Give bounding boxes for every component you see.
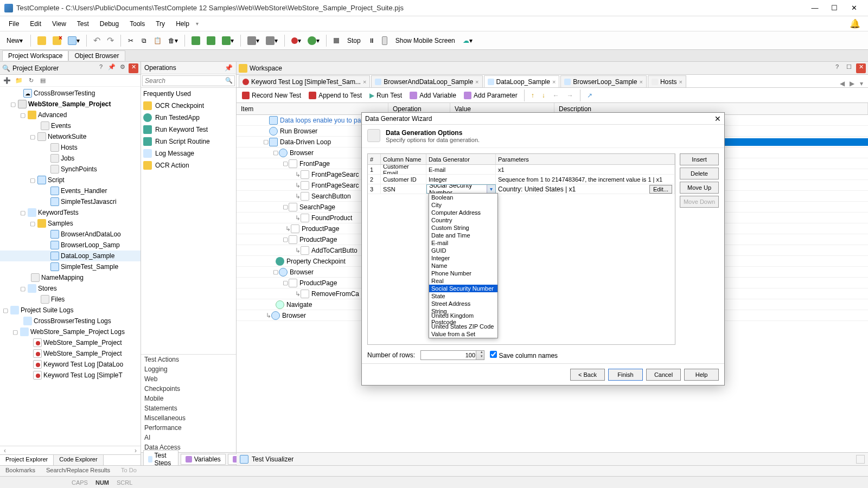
horizontal-scrollbar[interactable]: ‹› (0, 446, 141, 454)
nav-menu[interactable]: ▾ (857, 80, 866, 87)
add-folder-button[interactable]: 📁 (14, 76, 24, 86)
cat-statements[interactable]: Statements (141, 403, 236, 413)
dropdown-icon[interactable]: ▾ (487, 185, 495, 194)
move-right-button[interactable]: → (564, 89, 577, 102)
close-project-button[interactable] (50, 35, 63, 47)
tab-code-explorer[interactable]: Code Explorer (54, 455, 103, 465)
move-up-button[interactable]: Move Up (680, 182, 719, 194)
tab-project-workspace[interactable]: Project Workspace (2, 50, 68, 61)
ws-close-button[interactable]: ✕ (856, 63, 866, 73)
dropdown-item[interactable]: Value from a Set (429, 330, 497, 338)
debug2-button[interactable]: ▾ (264, 35, 280, 47)
tree-item-project[interactable]: WebStore_Sample_Project (28, 100, 138, 108)
menu-file[interactable]: File (3, 18, 24, 30)
tab-bookmarks[interactable]: Bookmarks (0, 466, 41, 476)
menu-test[interactable]: Test (72, 18, 94, 30)
undo-button[interactable]: ↶ (91, 35, 103, 47)
nav-next[interactable]: ▶ (847, 80, 856, 87)
tree-item-wslogs[interactable]: WebStore_Sample_Project Logs (30, 328, 138, 336)
dropdown-item[interactable]: Computer Address (429, 209, 497, 216)
op-frequently-used[interactable]: Frequently Used (141, 88, 236, 100)
dropdown-item[interactable]: United Kingdom Postcode (429, 315, 497, 323)
cat-test-actions[interactable]: Test Actions (141, 355, 236, 364)
doc-tab-hosts[interactable]: Hosts× (648, 75, 686, 87)
menu-edit[interactable]: Edit (24, 18, 47, 30)
generator-dropdown[interactable]: BooleanCityComputer AddressCountryCustom… (429, 193, 498, 338)
tree-item-cbtlogs[interactable]: CrossBrowserTesting Logs (34, 317, 138, 325)
tree-item-namemap[interactable]: NameMapping (41, 274, 138, 281)
tree-item-script[interactable]: Script (48, 176, 138, 184)
menu-tools[interactable]: Tools (124, 18, 150, 30)
close-button[interactable]: ✕ (844, 4, 864, 12)
tab-search-replace[interactable]: Search/Replace Results (41, 466, 116, 476)
notifications-icon[interactable]: 🔔 (850, 18, 865, 29)
stop-icon[interactable] (331, 35, 342, 47)
add-item-button[interactable]: ➕ (2, 76, 12, 86)
dropdown-item[interactable]: Name (429, 262, 497, 269)
table-row[interactable]: 1Customer EmailE-mailx1 (368, 165, 675, 175)
tree-item-st[interactable]: SimpleTest_Sample (61, 263, 138, 271)
cat-checkpoints[interactable]: Checkpoints (141, 384, 236, 394)
table-row-editing[interactable]: 3SSN Social Security Number▾ Country: Un… (368, 184, 675, 194)
save-button[interactable]: ▾ (66, 35, 82, 47)
op-ocr-action[interactable]: OCR Action (141, 159, 236, 171)
cat-web[interactable]: Web (141, 374, 236, 384)
test-visualizer-label[interactable]: Test Visualizer (252, 455, 293, 463)
dropdown-item[interactable]: Street Address (429, 300, 497, 307)
doc-tab-log[interactable]: Keyword Test Log [SimpleTest_Sam...× (239, 75, 370, 87)
tree-item-psl[interactable]: Project Suite Logs (21, 306, 138, 314)
debug-button[interactable]: ▾ (245, 35, 261, 47)
help-button[interactable]: ? (96, 63, 106, 73)
help-button[interactable]: Help (684, 369, 719, 381)
close-icon[interactable]: × (679, 79, 682, 85)
delete-button[interactable]: 🗑▾ (166, 35, 180, 47)
run-item-button[interactable]: ▾ (220, 35, 236, 47)
dropdown-item[interactable]: Real (429, 277, 497, 285)
dropdown-item[interactable]: State (429, 292, 497, 300)
op-log-message[interactable]: Log Message (141, 147, 236, 159)
ws-max-button[interactable]: ☐ (844, 63, 854, 73)
record2-button[interactable]: ▾ (305, 35, 322, 47)
tree-item-network[interactable]: NetworkSuite (48, 133, 138, 140)
run-suite-button[interactable] (205, 35, 218, 47)
tree-item-stores[interactable]: Stores (38, 285, 138, 292)
tree-item-simplejs[interactable]: SimpleTestJavascri (61, 198, 138, 206)
dropdown-item[interactable]: GUID (429, 247, 497, 254)
dropdown-item[interactable]: Social Security Number (429, 285, 497, 292)
tree-item-log3[interactable]: Keyword Test Log [DataLoo (43, 361, 138, 368)
tree-item-ev-handler[interactable]: Events_Handler (61, 187, 138, 195)
close-icon[interactable]: × (363, 79, 366, 85)
op-run-keyword-test[interactable]: Run Keyword Test (141, 124, 236, 136)
close-icon[interactable]: × (475, 79, 478, 85)
table-row[interactable]: 2Customer IDIntegerSequence from 1 to 21… (368, 175, 675, 184)
rows-input[interactable] (420, 350, 484, 360)
tree-item-kwtests[interactable]: KeywordTests (38, 209, 138, 216)
tree-item-bad[interactable]: BrowserAndDataLoo (61, 230, 138, 238)
dropdown-item[interactable]: Integer (429, 254, 497, 262)
tree-item-log2[interactable]: WebStore_Sample_Project (43, 350, 138, 357)
menu-help[interactable]: Help (170, 18, 195, 30)
redo-button[interactable]: ↷ (105, 35, 116, 47)
columns-table[interactable]: # Column Name Data Generator Parameters … (367, 153, 675, 345)
project-tree[interactable]: ☁CrossBrowserTesting ▢WebStore_Sample_Pr… (0, 87, 141, 446)
dropdown-item[interactable]: United States ZIP Code (429, 323, 497, 330)
tree-item-events[interactable]: Events (51, 122, 138, 130)
panel-close-button[interactable]: ✕ (129, 63, 138, 73)
tab-variables[interactable]: Variables (181, 454, 226, 465)
tree-item-cbt[interactable]: CrossBrowserTesting (34, 89, 138, 97)
append-to-test-button[interactable]: Append to Test (305, 89, 365, 102)
op-run-testedapp[interactable]: Run TestedApp (141, 112, 236, 124)
op-ocr-checkpoint[interactable]: OCR Checkpoint (141, 100, 236, 112)
dropdown-item[interactable]: Custom String (429, 224, 497, 232)
open-button[interactable] (35, 35, 48, 47)
add-parameter-button[interactable]: Add Parameter (461, 89, 521, 102)
refresh-button[interactable]: ↻ (26, 76, 36, 86)
minimize-button[interactable]: — (805, 4, 825, 12)
close-icon[interactable]: × (639, 79, 642, 85)
tree-item-log1[interactable]: WebStore_Sample_Project (43, 339, 138, 346)
operations-search[interactable] (142, 75, 235, 86)
dropdown-item[interactable]: Date and Time (429, 232, 497, 239)
pin-icon[interactable]: 📌 (225, 64, 233, 72)
options-button[interactable]: ⚙ (118, 63, 127, 73)
cat-misc[interactable]: Miscellaneous (141, 413, 236, 423)
